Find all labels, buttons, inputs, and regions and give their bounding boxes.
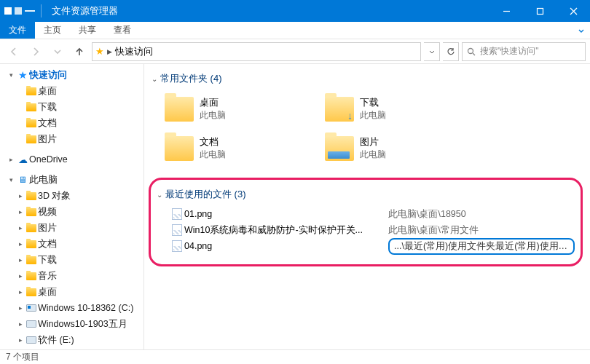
chevron-right-icon[interactable]: ▸ xyxy=(16,256,25,264)
status-bar: 7 个项目 xyxy=(0,349,590,364)
address-field[interactable]: ★ ▶ 快速访问 xyxy=(92,42,421,61)
address-location: 快速访问 xyxy=(115,45,153,58)
star-icon: ★ xyxy=(18,69,28,81)
folder-icon xyxy=(26,224,36,232)
tab-home[interactable]: 主页 xyxy=(35,22,70,39)
sidebar-item[interactable]: ▸下载 xyxy=(0,252,143,268)
image-file-icon xyxy=(172,240,182,252)
folder-item[interactable]: 下载此电脑 xyxy=(323,92,469,127)
recent-file-item[interactable]: Win10系统病毒和威胁防护-实时保护开关...此电脑\桌面\常用文件 xyxy=(170,222,575,238)
folder-icon xyxy=(26,208,36,216)
chevron-down-icon[interactable]: ▾ xyxy=(6,71,16,79)
folder-item[interactable]: 桌面此电脑 xyxy=(163,92,309,127)
close-button[interactable] xyxy=(556,0,590,22)
qat-icon[interactable] xyxy=(15,7,22,15)
sidebar-item[interactable]: ▸桌面 xyxy=(0,284,143,300)
sidebar-item[interactable]: ▸软件 (E:) xyxy=(0,332,143,348)
sidebar-item[interactable]: ▸Windows 10-18362 (C:) xyxy=(0,300,143,316)
sidebar-item[interactable]: 桌面 xyxy=(0,83,143,99)
drive-icon xyxy=(26,304,36,312)
nav-sidebar[interactable]: ▾ ★ 快速访问 桌面下载文档图片 ▸ ☁ OneDrive ▾ 🖥 此电脑 ▸… xyxy=(0,64,144,349)
sidebar-item[interactable]: 图片 xyxy=(0,131,143,147)
file-path: ...\最近(常用)使用文件夹最近(常用)使用文... xyxy=(388,238,575,255)
sidebar-item[interactable]: ▸3D 对象 xyxy=(0,188,143,204)
recent-file-item[interactable]: 04.png...\最近(常用)使用文件夹最近(常用)使用文... xyxy=(170,238,575,254)
group-title: 常用文件夹 (4) xyxy=(160,72,222,85)
status-text: 7 个项目 xyxy=(6,351,39,363)
chevron-right-icon[interactable]: ▸ xyxy=(6,156,16,163)
group-header-recent[interactable]: ⌄ 最近使用的文件 (3) xyxy=(154,186,575,203)
content-pane[interactable]: ⌄ 常用文件夹 (4) 桌面此电脑下载此电脑文档此电脑图片此电脑 ⌄ 最近使用的… xyxy=(144,64,590,349)
chevron-right-icon[interactable]: ▸ xyxy=(16,336,25,344)
group-title: 最近使用的文件 (3) xyxy=(165,188,246,201)
minimize-button[interactable] xyxy=(489,0,523,22)
tab-share[interactable]: 共享 xyxy=(70,22,105,39)
chevron-right-icon[interactable]: ▸ xyxy=(16,192,25,199)
chevron-down-icon[interactable]: ▾ xyxy=(6,176,16,183)
sidebar-this-pc[interactable]: ▾ 🖥 此电脑 xyxy=(0,172,143,188)
monitor-icon: 🖥 xyxy=(18,175,27,185)
refresh-button[interactable] xyxy=(443,42,459,61)
image-file-icon xyxy=(172,224,182,236)
folder-icon xyxy=(26,135,36,143)
folder-icon xyxy=(26,119,36,127)
svg-line-6 xyxy=(473,53,475,55)
search-input[interactable]: 搜索"快速访问" xyxy=(462,42,586,61)
tab-view[interactable]: 查看 xyxy=(105,22,140,39)
sidebar-item[interactable]: ▸图片 xyxy=(0,220,143,236)
chevron-right-icon[interactable]: ▸ xyxy=(16,272,25,280)
sidebar-item[interactable]: ▸文档 (F:) xyxy=(0,348,143,349)
titlebar: 文件资源管理器 xyxy=(0,0,590,22)
file-path: 此电脑\桌面\常用文件 xyxy=(388,224,575,237)
ribbon-tabs: 文件 主页 共享 查看 xyxy=(0,22,590,39)
drive-icon xyxy=(26,320,36,328)
qat-divider xyxy=(25,10,35,12)
forward-button[interactable] xyxy=(26,42,45,61)
back-button[interactable] xyxy=(4,42,23,61)
sidebar-onedrive[interactable]: ▸ ☁ OneDrive xyxy=(0,151,143,167)
up-button[interactable] xyxy=(70,42,89,61)
sidebar-item[interactable]: ▸文档 xyxy=(0,236,143,252)
chevron-right-icon[interactable]: ▸ xyxy=(16,288,25,296)
folder-icon xyxy=(26,288,36,296)
folder-item[interactable]: 文档此电脑 xyxy=(163,131,309,166)
sidebar-item[interactable]: ▸视频 xyxy=(0,204,143,220)
recent-files-region: ⌄ 最近使用的文件 (3) 01.png此电脑\桌面\18950Win10系统病… xyxy=(149,178,583,266)
address-dropdown-button[interactable] xyxy=(424,42,440,61)
folder-icon xyxy=(26,192,36,200)
svg-point-5 xyxy=(468,48,473,53)
recent-file-item[interactable]: 01.png此电脑\桌面\18950 xyxy=(170,206,575,222)
sidebar-item[interactable]: ▸Windows10-1903五月 xyxy=(0,316,143,332)
address-bar: ★ ▶ 快速访问 搜索"快速访问" xyxy=(0,39,590,64)
ribbon-expand-button[interactable] xyxy=(573,22,590,39)
folder-icon xyxy=(26,240,36,248)
folder-icon xyxy=(325,136,354,161)
group-header-folders[interactable]: ⌄ 常用文件夹 (4) xyxy=(149,70,583,87)
qat xyxy=(0,4,49,17)
search-placeholder: 搜索"快速访问" xyxy=(480,45,539,58)
sidebar-quick-access[interactable]: ▾ ★ 快速访问 xyxy=(0,67,143,83)
maximize-button[interactable] xyxy=(523,0,556,22)
drive-icon xyxy=(26,336,36,344)
chevron-right-icon: ▶ xyxy=(107,48,112,55)
sidebar-item[interactable]: 下载 xyxy=(0,99,143,115)
chevron-right-icon[interactable]: ▸ xyxy=(16,240,25,248)
tab-file[interactable]: 文件 xyxy=(0,22,35,39)
chevron-right-icon[interactable]: ▸ xyxy=(16,304,25,312)
chevron-down-icon[interactable]: ⌄ xyxy=(149,75,160,83)
window-title: 文件资源管理器 xyxy=(52,4,118,17)
folder-icon xyxy=(26,272,36,280)
file-path: 此电脑\桌面\18950 xyxy=(388,208,575,221)
recent-locations-button[interactable] xyxy=(48,42,67,61)
sidebar-item[interactable]: 文档 xyxy=(0,115,143,131)
chevron-right-icon[interactable]: ▸ xyxy=(16,320,25,328)
folder-icon xyxy=(4,7,12,15)
quick-access-icon: ★ xyxy=(95,46,104,57)
chevron-down-icon[interactable]: ⌄ xyxy=(154,191,165,199)
chevron-right-icon[interactable]: ▸ xyxy=(16,208,25,215)
chevron-right-icon[interactable]: ▸ xyxy=(16,224,25,232)
sidebar-item[interactable]: ▸音乐 xyxy=(0,268,143,284)
folder-item[interactable]: 图片此电脑 xyxy=(323,131,469,166)
folder-icon xyxy=(26,256,36,264)
cloud-icon: ☁ xyxy=(18,154,28,165)
